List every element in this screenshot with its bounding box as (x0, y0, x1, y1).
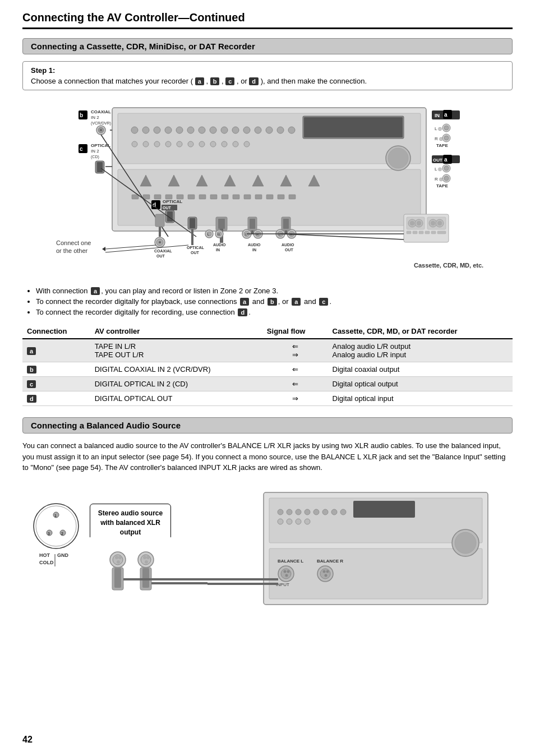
table-row: a TAPE IN L/RTAPE OUT L/R ⇐⇒ Analog audi… (22, 339, 513, 362)
svg-text:a: a (444, 156, 448, 163)
badge-c2: c (319, 298, 328, 306)
svg-rect-143 (285, 231, 287, 234)
svg-point-11 (221, 127, 228, 133)
svg-rect-105 (155, 214, 164, 227)
svg-point-208 (313, 509, 319, 515)
svg-point-64 (444, 136, 449, 140)
recorder-b: Digital coaxial output (328, 362, 513, 377)
svg-text:COAXIAL: COAXIAL (91, 109, 111, 114)
svg-point-75 (444, 176, 449, 181)
svg-text:2: 2 (61, 532, 63, 536)
svg-point-228 (325, 574, 328, 577)
svg-rect-52 (304, 117, 403, 137)
svg-rect-42 (199, 195, 206, 199)
svg-point-211 (340, 509, 346, 515)
svg-point-15 (266, 127, 273, 133)
svg-point-13 (243, 127, 250, 133)
svg-line-169 (105, 245, 188, 252)
av-controller-c: DIGITAL OPTICAL IN 2 (CD) (90, 377, 262, 391)
svg-text:HOT: HOT (39, 552, 50, 558)
av-controller-a: TAPE IN L/RTAPE OUT L/R (90, 339, 262, 362)
svg-rect-203 (269, 548, 482, 599)
svg-text:BALANCE L: BALANCE L (278, 559, 303, 564)
svg-text:Connect one: Connect one (56, 239, 91, 246)
svg-text:R ◎: R ◎ (435, 177, 443, 182)
badge-d: d (249, 77, 259, 85)
svg-point-23 (188, 141, 193, 147)
svg-rect-161 (431, 231, 436, 234)
svg-rect-198 (142, 568, 149, 588)
page-number: 42 (22, 735, 33, 745)
badge-a2: a (240, 298, 249, 306)
col-header-signal: Signal flow (262, 324, 328, 339)
table-row: d DIGITAL OPTICAL OUT ⇒ Digital optical … (22, 391, 513, 406)
svg-point-72 (444, 166, 449, 170)
svg-rect-43 (210, 195, 217, 199)
step1-description: Choose a connection that matches your re… (31, 77, 504, 85)
table-row: b DIGITAL COAXIAL IN 2 (VCR/DVR) ⇐ Digit… (22, 362, 513, 377)
svg-rect-159 (419, 231, 423, 234)
svg-rect-162 (437, 231, 446, 234)
svg-point-233 (455, 532, 476, 554)
col-header-recorder: Cassette, CDR, MD, or DAT recorder (328, 324, 513, 339)
svg-text:L ◎: L ◎ (435, 126, 442, 131)
svg-text:COAXIAL: COAXIAL (154, 249, 172, 253)
svg-point-195 (146, 556, 150, 559)
svg-point-18 (132, 141, 137, 147)
conn-badge-c: c (22, 377, 90, 391)
recorder-c: Digital optical output (328, 377, 513, 391)
svg-point-22 (177, 141, 182, 147)
svg-point-14 (255, 127, 261, 133)
conn-badge-d: d (22, 391, 90, 406)
svg-point-213 (287, 519, 292, 524)
svg-point-20 (154, 141, 160, 147)
svg-point-4 (142, 127, 149, 133)
svg-text:OUT: OUT (163, 206, 172, 210)
section2-text: You can connect a balanced audio source … (22, 440, 513, 473)
signal-flow-c: ⇐ (262, 377, 328, 391)
badge-b: b (210, 77, 220, 85)
svg-rect-158 (413, 231, 417, 234)
svg-point-212 (278, 519, 283, 524)
svg-point-10 (210, 127, 216, 133)
step1-box: Step 1: Choose a connection that matches… (22, 61, 513, 90)
signal-flow-a: ⇐⇒ (262, 339, 328, 362)
svg-point-7 (176, 127, 183, 133)
svg-text:(VCR/DVR): (VCR/DVR) (91, 121, 111, 126)
svg-rect-47 (255, 195, 262, 199)
svg-text:OUT: OUT (156, 254, 165, 258)
svg-text:R: R (218, 233, 220, 236)
badge-a3: a (292, 298, 301, 306)
svg-point-196 (145, 560, 148, 564)
signal-flow-d: ⇒ (262, 391, 328, 406)
svg-text:COLD: COLD (39, 560, 54, 565)
svg-text:OPTICAL: OPTICAL (163, 199, 182, 204)
svg-point-187 (115, 556, 118, 559)
svg-point-173 (34, 504, 79, 548)
svg-text:R: R (256, 233, 259, 236)
svg-point-226 (323, 570, 326, 573)
svg-point-221 (284, 570, 287, 573)
svg-point-61 (444, 126, 449, 130)
svg-rect-37 (143, 195, 150, 199)
svg-rect-110 (191, 229, 193, 245)
svg-text:IN 2: IN 2 (91, 149, 99, 154)
svg-text:TAPE: TAPE (436, 183, 448, 188)
svg-rect-46 (244, 195, 251, 199)
svg-point-24 (199, 141, 205, 147)
svg-point-84 (100, 129, 102, 131)
svg-point-227 (326, 570, 329, 573)
svg-rect-44 (222, 195, 228, 199)
svg-text:R ◎: R ◎ (435, 136, 443, 141)
badge-a: a (195, 77, 204, 85)
conn-badge-a: a (22, 339, 90, 362)
badge-d2: d (238, 308, 247, 316)
svg-point-12 (232, 127, 239, 133)
svg-rect-91 (97, 162, 103, 172)
svg-point-8 (187, 127, 194, 133)
recorder-a: Analog audio L/R outputAnalog audio L/R … (328, 339, 513, 362)
badge-a-inline: a (91, 287, 100, 295)
table-row: c DIGITAL OPTICAL IN 2 (CD) ⇐ Digital op… (22, 377, 513, 391)
badge-b2: b (268, 298, 277, 306)
title-continued: —Continued (178, 11, 245, 24)
